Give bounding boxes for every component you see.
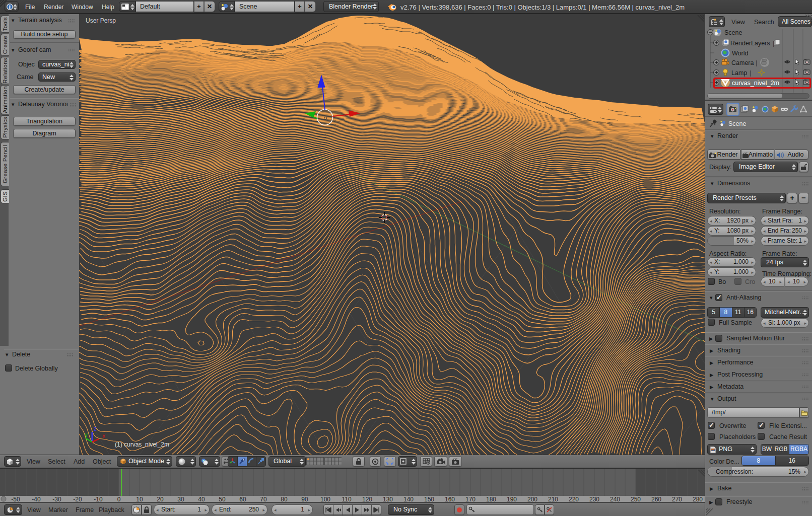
svg-text:0: 0 <box>117 496 121 503</box>
svg-text:130: 130 <box>383 496 393 503</box>
svg-text:250: 250 <box>631 496 641 503</box>
svg-text:|: | <box>750 69 751 77</box>
svg-text:|: | <box>756 59 757 66</box>
svg-text:x: x <box>102 432 105 439</box>
svg-text:200: 200 <box>527 496 537 503</box>
svg-text:180: 180 <box>486 496 496 503</box>
svg-text:30: 30 <box>177 496 184 503</box>
svg-text:140: 140 <box>403 496 414 503</box>
svg-text:150: 150 <box>424 496 434 503</box>
svg-text:z: z <box>94 425 97 432</box>
svg-text:-40: -40 <box>32 496 41 503</box>
svg-text:90: 90 <box>301 496 308 503</box>
svg-text:60: 60 <box>239 496 246 503</box>
svg-text:270: 270 <box>672 496 682 503</box>
svg-text:220: 220 <box>569 496 579 503</box>
svg-text:210: 210 <box>548 496 558 503</box>
svg-text:80: 80 <box>281 496 288 503</box>
svg-text:120: 120 <box>362 496 372 503</box>
svg-text:190: 190 <box>507 496 517 503</box>
svg-text:70: 70 <box>260 496 267 503</box>
svg-text:110: 110 <box>342 496 351 503</box>
svg-text:Camera: Camera <box>731 59 754 66</box>
svg-text:10: 10 <box>136 496 143 503</box>
svg-text:20: 20 <box>157 496 164 503</box>
svg-text:Lamp: Lamp <box>731 69 747 77</box>
svg-text:-50: -50 <box>11 496 20 503</box>
svg-text:-30: -30 <box>52 496 61 503</box>
svg-text:100: 100 <box>320 496 330 503</box>
svg-text:240: 240 <box>610 496 620 503</box>
svg-text:y: y <box>85 431 88 438</box>
svg-text:RenderLayers: RenderLayers <box>730 40 770 47</box>
svg-text:170: 170 <box>465 496 476 503</box>
svg-text:-10: -10 <box>94 496 103 503</box>
svg-text:Scene: Scene <box>724 29 742 36</box>
svg-text:-20: -20 <box>73 496 82 503</box>
svg-text:50: 50 <box>219 496 226 503</box>
svg-text:40: 40 <box>198 496 205 503</box>
svg-text:260: 260 <box>651 496 661 503</box>
svg-text:World: World <box>732 50 748 57</box>
svg-text:280: 280 <box>693 496 703 503</box>
svg-text:230: 230 <box>589 496 599 503</box>
svg-text:160: 160 <box>445 496 455 503</box>
